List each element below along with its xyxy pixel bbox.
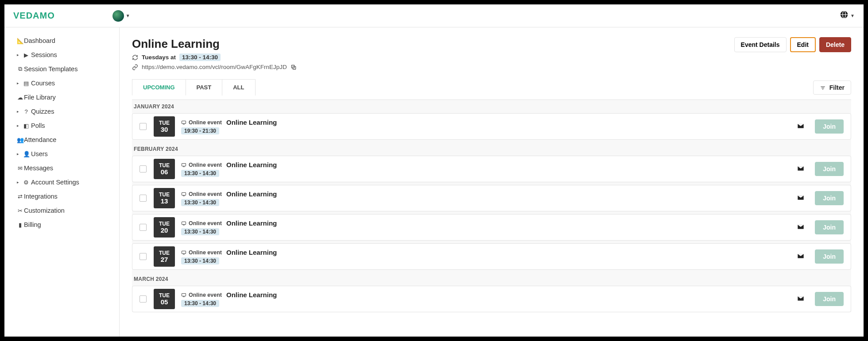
- date-badge: TUE27: [154, 246, 175, 267]
- date-badge: TUE13: [154, 188, 175, 208]
- copy-icon[interactable]: [291, 64, 297, 70]
- event-title[interactable]: Online Learning: [226, 119, 277, 126]
- row-actions: Join: [797, 119, 851, 134]
- row-menu-icon[interactable]: [797, 253, 804, 261]
- row-menu-icon[interactable]: [797, 224, 804, 231]
- sidebar-icon: ⇄: [17, 193, 23, 200]
- join-button[interactable]: Join: [815, 220, 844, 234]
- join-button[interactable]: Join: [815, 119, 844, 134]
- sidebar-item-label: Dashboard: [24, 37, 55, 44]
- chevron-right-icon: ▸: [17, 180, 19, 184]
- sidebar-item-label: Account Settings: [31, 179, 79, 186]
- sidebar-item-file-library[interactable]: ☁File Library: [4, 90, 119, 104]
- tab-upcoming[interactable]: UPCOMING: [132, 79, 186, 96]
- sidebar-item-label: Attendance: [24, 136, 56, 143]
- row-menu-icon[interactable]: [797, 165, 804, 173]
- row-menu-icon[interactable]: [797, 123, 804, 130]
- event-title[interactable]: Online Learning: [226, 291, 277, 299]
- recurrence-row: Tuesdays at 13:30 - 14:30: [132, 54, 297, 61]
- svg-rect-16: [182, 192, 186, 195]
- month-header: FEBRUARY 2024: [132, 142, 851, 156]
- event-time: 13:30 - 14:30: [181, 199, 219, 206]
- chevron-down-icon: ▼: [126, 13, 130, 18]
- date-dow: TUE: [159, 293, 170, 299]
- sidebar-item-label: Users: [31, 150, 48, 157]
- date-dow: TUE: [159, 163, 170, 169]
- row-checkbox[interactable]: [140, 224, 147, 231]
- row-menu-icon[interactable]: [797, 195, 804, 202]
- sidebar-item-integrations[interactable]: ⇄Integrations: [4, 189, 119, 203]
- date-dow: TUE: [159, 192, 170, 198]
- chevron-right-icon: ▸: [17, 152, 19, 156]
- event-title[interactable]: Online Learning: [226, 190, 277, 198]
- sidebar-item-billing[interactable]: ▮Billing: [4, 218, 119, 232]
- online-event-tag: Online event: [181, 191, 222, 197]
- sidebar-item-label: Quizzes: [31, 108, 54, 115]
- event-list: JANUARY 2024TUE30 Online eventOnline Lea…: [132, 100, 851, 312]
- room-url[interactable]: https://demo.vedamo.com/vcl/room/GwAFgKF…: [142, 64, 287, 70]
- event-time: 13:30 - 14:30: [181, 257, 219, 264]
- event-title[interactable]: Online Learning: [226, 219, 277, 227]
- row-checkbox[interactable]: [140, 165, 147, 172]
- sidebar-item-messages[interactable]: ✉Messages: [4, 161, 119, 175]
- recurrence-text: Tuesdays at: [142, 54, 176, 61]
- event-details-button[interactable]: Event Details: [734, 37, 787, 52]
- event-info: Online eventOnline Learning19:30 - 21:30: [175, 116, 797, 137]
- row-checkbox[interactable]: [140, 195, 147, 202]
- sidebar-item-label: Billing: [24, 221, 41, 228]
- chevron-right-icon: ▸: [17, 53, 19, 57]
- event-title[interactable]: Online Learning: [226, 249, 277, 256]
- online-event-tag: Online event: [181, 162, 222, 168]
- sidebar-item-attendance[interactable]: 👥Attendance: [4, 133, 119, 147]
- sidebar-icon: ✂: [17, 207, 23, 214]
- chevron-right-icon: ▸: [17, 109, 19, 114]
- sidebar-item-label: Sessions: [31, 51, 57, 58]
- event-title[interactable]: Online Learning: [226, 161, 277, 169]
- tab-all[interactable]: ALL: [222, 79, 255, 96]
- date-badge: TUE30: [154, 116, 175, 137]
- date-badge: TUE05: [154, 289, 175, 309]
- event-row: TUE20 Online eventOnline Learning13:30 -…: [132, 214, 851, 241]
- sidebar: 📐Dashboard▸▶Sessions⧉Session Templates▸▤…: [4, 27, 120, 337]
- join-button[interactable]: Join: [815, 191, 844, 205]
- date-day: 06: [161, 169, 168, 176]
- delete-button[interactable]: Delete: [819, 37, 851, 52]
- row-menu-icon[interactable]: [797, 295, 804, 303]
- sidebar-icon: 👤: [23, 151, 29, 157]
- recurrence-time: 13:30 - 14:30: [179, 54, 221, 61]
- profile-menu[interactable]: ▼: [112, 10, 130, 22]
- date-dow: TUE: [159, 120, 170, 126]
- date-day: 05: [161, 299, 168, 306]
- sidebar-item-courses[interactable]: ▸▤Courses: [4, 76, 119, 90]
- svg-rect-28: [182, 293, 186, 296]
- event-row: TUE05 Online eventOnline Learning13:30 -…: [132, 286, 851, 312]
- edit-button[interactable]: Edit: [790, 37, 816, 52]
- sidebar-item-customization[interactable]: ✂Customization: [4, 203, 119, 218]
- row-checkbox[interactable]: [140, 253, 147, 260]
- date-day: 27: [161, 256, 168, 264]
- language-menu[interactable]: ▼: [840, 10, 855, 21]
- sidebar-item-label: Polls: [31, 122, 45, 129]
- sidebar-icon: ⧉: [17, 65, 23, 73]
- sidebar-item-dashboard[interactable]: 📐Dashboard: [4, 34, 119, 48]
- main-content: Online Learning Tuesdays at 13:30 - 14:3…: [120, 27, 864, 337]
- tab-past[interactable]: PAST: [186, 79, 223, 96]
- event-row: TUE27 Online eventOnline Learning13:30 -…: [132, 243, 851, 270]
- sidebar-item-session-templates[interactable]: ⧉Session Templates: [4, 62, 119, 76]
- sidebar-icon: ⚙: [23, 179, 29, 186]
- join-button[interactable]: Join: [815, 249, 844, 264]
- sidebar-item-account-settings[interactable]: ▸⚙Account Settings: [4, 175, 119, 189]
- sidebar-icon: ◧: [23, 123, 29, 129]
- join-button[interactable]: Join: [815, 162, 844, 176]
- sidebar-item-sessions[interactable]: ▸▶Sessions: [4, 48, 119, 62]
- sidebar-item-users[interactable]: ▸👤Users: [4, 147, 119, 161]
- row-checkbox[interactable]: [140, 123, 147, 130]
- sidebar-icon: ?: [23, 108, 29, 115]
- sidebar-item-polls[interactable]: ▸◧Polls: [4, 119, 119, 133]
- event-row: TUE30 Online eventOnline Learning19:30 -…: [132, 113, 851, 140]
- row-checkbox[interactable]: [140, 295, 147, 303]
- sidebar-item-quizzes[interactable]: ▸?Quizzes: [4, 104, 119, 119]
- join-button[interactable]: Join: [815, 292, 844, 306]
- event-info: Online eventOnline Learning13:30 - 14:30: [175, 158, 797, 180]
- filter-button[interactable]: Filter: [813, 80, 851, 95]
